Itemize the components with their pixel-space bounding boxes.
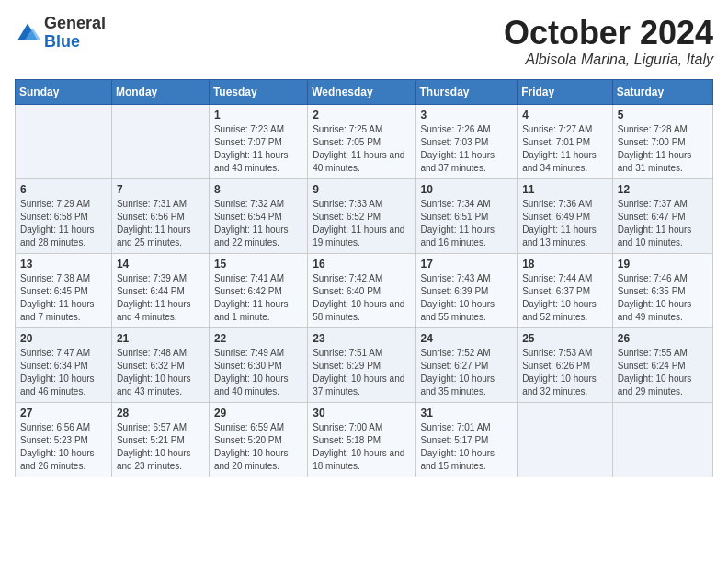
calendar-cell: 21Sunrise: 7:48 AM Sunset: 6:32 PM Dayli… xyxy=(111,327,209,402)
logo-general-text: General xyxy=(44,14,106,32)
calendar-cell: 29Sunrise: 6:59 AM Sunset: 5:20 PM Dayli… xyxy=(209,402,307,477)
calendar-cell: 18Sunrise: 7:44 AM Sunset: 6:37 PM Dayli… xyxy=(518,253,613,327)
calendar-cell: 9Sunrise: 7:33 AM Sunset: 6:52 PM Daylig… xyxy=(308,178,415,253)
day-info: Sunrise: 7:51 AM Sunset: 6:29 PM Dayligh… xyxy=(313,347,410,398)
day-number: 15 xyxy=(214,258,302,270)
day-number: 3 xyxy=(421,109,513,121)
weekday-header-friday: Friday xyxy=(518,79,613,104)
week-row-5: 27Sunrise: 6:56 AM Sunset: 5:23 PM Dayli… xyxy=(16,402,713,477)
calendar-cell: 25Sunrise: 7:53 AM Sunset: 6:26 PM Dayli… xyxy=(518,327,613,402)
day-info: Sunrise: 7:26 AM Sunset: 7:03 PM Dayligh… xyxy=(421,123,513,175)
day-info: Sunrise: 7:34 AM Sunset: 6:51 PM Dayligh… xyxy=(421,198,513,249)
day-number: 5 xyxy=(618,109,708,121)
calendar-cell xyxy=(111,104,209,178)
day-number: 26 xyxy=(618,332,708,345)
calendar-cell: 27Sunrise: 6:56 AM Sunset: 5:23 PM Dayli… xyxy=(16,402,112,477)
day-info: Sunrise: 6:56 AM Sunset: 5:23 PM Dayligh… xyxy=(20,421,107,473)
calendar-cell: 26Sunrise: 7:55 AM Sunset: 6:24 PM Dayli… xyxy=(612,327,712,402)
day-number: 13 xyxy=(20,258,107,270)
logo: General Blue xyxy=(15,15,106,52)
calendar-cell xyxy=(16,104,112,178)
calendar-cell: 16Sunrise: 7:42 AM Sunset: 6:40 PM Dayli… xyxy=(308,253,415,327)
day-info: Sunrise: 7:27 AM Sunset: 7:01 PM Dayligh… xyxy=(522,123,608,175)
day-info: Sunrise: 7:53 AM Sunset: 6:26 PM Dayligh… xyxy=(522,347,608,398)
calendar-table: SundayMondayTuesdayWednesdayThursdayFrid… xyxy=(15,79,713,477)
day-number: 31 xyxy=(421,407,513,419)
day-number: 17 xyxy=(421,258,513,270)
calendar-cell: 28Sunrise: 6:57 AM Sunset: 5:21 PM Dayli… xyxy=(111,402,209,477)
day-number: 8 xyxy=(214,183,302,196)
calendar-cell: 15Sunrise: 7:41 AM Sunset: 6:42 PM Dayli… xyxy=(209,253,307,327)
day-number: 16 xyxy=(313,258,410,270)
month-title: October 2024 xyxy=(504,15,713,52)
logo-blue-text: Blue xyxy=(44,32,80,51)
logo-icon xyxy=(15,20,40,46)
day-info: Sunrise: 7:28 AM Sunset: 7:00 PM Dayligh… xyxy=(618,123,708,175)
title-block: October 2024 Albisola Marina, Liguria, I… xyxy=(504,15,713,68)
day-info: Sunrise: 7:48 AM Sunset: 6:32 PM Dayligh… xyxy=(117,347,204,398)
day-info: Sunrise: 6:57 AM Sunset: 5:21 PM Dayligh… xyxy=(117,421,204,473)
calendar-cell: 11Sunrise: 7:36 AM Sunset: 6:49 PM Dayli… xyxy=(518,178,613,253)
day-info: Sunrise: 7:38 AM Sunset: 6:45 PM Dayligh… xyxy=(20,272,107,324)
calendar-cell: 8Sunrise: 7:32 AM Sunset: 6:54 PM Daylig… xyxy=(209,178,307,253)
week-row-4: 20Sunrise: 7:47 AM Sunset: 6:34 PM Dayli… xyxy=(16,327,713,402)
page-header: General Blue October 2024 Albisola Marin… xyxy=(15,15,713,68)
day-info: Sunrise: 7:23 AM Sunset: 7:07 PM Dayligh… xyxy=(214,123,302,175)
calendar-cell: 12Sunrise: 7:37 AM Sunset: 6:47 PM Dayli… xyxy=(612,178,712,253)
day-info: Sunrise: 7:32 AM Sunset: 6:54 PM Dayligh… xyxy=(214,198,302,249)
day-number: 29 xyxy=(214,407,302,419)
calendar-cell: 1Sunrise: 7:23 AM Sunset: 7:07 PM Daylig… xyxy=(209,104,307,178)
location: Albisola Marina, Liguria, Italy xyxy=(504,52,713,68)
weekday-header-sunday: Sunday xyxy=(16,79,112,104)
calendar-cell: 3Sunrise: 7:26 AM Sunset: 7:03 PM Daylig… xyxy=(415,104,518,178)
calendar-cell: 10Sunrise: 7:34 AM Sunset: 6:51 PM Dayli… xyxy=(415,178,518,253)
day-number: 20 xyxy=(20,332,107,345)
day-number: 6 xyxy=(20,183,107,196)
day-number: 21 xyxy=(117,332,204,345)
day-number: 10 xyxy=(421,183,513,196)
week-row-2: 6Sunrise: 7:29 AM Sunset: 6:58 PM Daylig… xyxy=(16,178,713,253)
calendar-cell: 17Sunrise: 7:43 AM Sunset: 6:39 PM Dayli… xyxy=(415,253,518,327)
calendar-cell: 31Sunrise: 7:01 AM Sunset: 5:17 PM Dayli… xyxy=(415,402,518,477)
weekday-header-row: SundayMondayTuesdayWednesdayThursdayFrid… xyxy=(16,79,713,104)
day-info: Sunrise: 7:37 AM Sunset: 6:47 PM Dayligh… xyxy=(618,198,708,249)
day-info: Sunrise: 7:29 AM Sunset: 6:58 PM Dayligh… xyxy=(20,198,107,249)
day-number: 30 xyxy=(313,407,410,419)
day-number: 4 xyxy=(522,109,608,121)
day-info: Sunrise: 7:43 AM Sunset: 6:39 PM Dayligh… xyxy=(421,272,513,324)
calendar-cell: 24Sunrise: 7:52 AM Sunset: 6:27 PM Dayli… xyxy=(415,327,518,402)
day-number: 9 xyxy=(313,183,410,196)
day-number: 7 xyxy=(117,183,204,196)
day-number: 1 xyxy=(214,109,302,121)
calendar-cell: 20Sunrise: 7:47 AM Sunset: 6:34 PM Dayli… xyxy=(16,327,112,402)
calendar-cell: 23Sunrise: 7:51 AM Sunset: 6:29 PM Dayli… xyxy=(308,327,415,402)
day-number: 28 xyxy=(117,407,204,419)
day-number: 12 xyxy=(618,183,708,196)
day-number: 18 xyxy=(522,258,608,270)
day-number: 24 xyxy=(421,332,513,345)
day-info: Sunrise: 6:59 AM Sunset: 5:20 PM Dayligh… xyxy=(214,421,302,473)
day-info: Sunrise: 7:00 AM Sunset: 5:18 PM Dayligh… xyxy=(313,421,410,473)
week-row-1: 1Sunrise: 7:23 AM Sunset: 7:07 PM Daylig… xyxy=(16,104,713,178)
day-number: 19 xyxy=(618,258,708,270)
calendar-cell: 22Sunrise: 7:49 AM Sunset: 6:30 PM Dayli… xyxy=(209,327,307,402)
day-info: Sunrise: 7:25 AM Sunset: 7:05 PM Dayligh… xyxy=(313,123,410,175)
weekday-header-saturday: Saturday xyxy=(612,79,712,104)
calendar-cell: 7Sunrise: 7:31 AM Sunset: 6:56 PM Daylig… xyxy=(111,178,209,253)
calendar-cell: 6Sunrise: 7:29 AM Sunset: 6:58 PM Daylig… xyxy=(16,178,112,253)
week-row-3: 13Sunrise: 7:38 AM Sunset: 6:45 PM Dayli… xyxy=(16,253,713,327)
calendar-cell: 13Sunrise: 7:38 AM Sunset: 6:45 PM Dayli… xyxy=(16,253,112,327)
day-info: Sunrise: 7:39 AM Sunset: 6:44 PM Dayligh… xyxy=(117,272,204,324)
calendar-cell: 2Sunrise: 7:25 AM Sunset: 7:05 PM Daylig… xyxy=(308,104,415,178)
day-info: Sunrise: 7:44 AM Sunset: 6:37 PM Dayligh… xyxy=(522,272,608,324)
calendar-cell xyxy=(612,402,712,477)
day-info: Sunrise: 7:55 AM Sunset: 6:24 PM Dayligh… xyxy=(618,347,708,398)
day-info: Sunrise: 7:49 AM Sunset: 6:30 PM Dayligh… xyxy=(214,347,302,398)
day-info: Sunrise: 7:47 AM Sunset: 6:34 PM Dayligh… xyxy=(20,347,107,398)
day-info: Sunrise: 7:36 AM Sunset: 6:49 PM Dayligh… xyxy=(522,198,608,249)
day-number: 11 xyxy=(522,183,608,196)
day-info: Sunrise: 7:42 AM Sunset: 6:40 PM Dayligh… xyxy=(313,272,410,324)
weekday-header-wednesday: Wednesday xyxy=(308,79,415,104)
weekday-header-thursday: Thursday xyxy=(415,79,518,104)
calendar-cell: 4Sunrise: 7:27 AM Sunset: 7:01 PM Daylig… xyxy=(518,104,613,178)
